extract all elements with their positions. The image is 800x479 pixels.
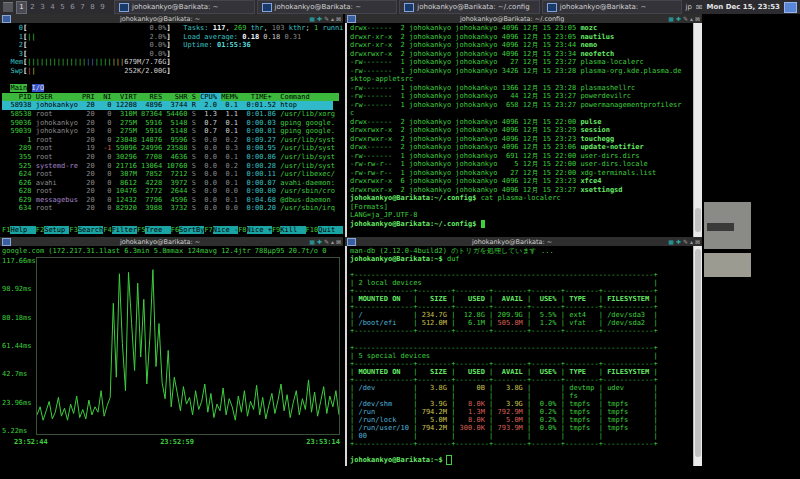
system-tray: jp ✉ Mon Dec 15, 23:53 bbox=[685, 2, 797, 13]
terminal-line: -rw------- 1 johokankyo johokankyo 27 12… bbox=[350, 58, 691, 67]
y-axis-label: 117.66ms bbox=[2, 257, 36, 265]
terminal-line: 628 root 20 0 10476 2772 2644 S 0.0 0.0 … bbox=[2, 187, 333, 196]
menu-icon[interactable] bbox=[3, 2, 13, 12]
workspace-7[interactable]: 7 bbox=[78, 2, 87, 13]
plus-icon[interactable]: ✚ bbox=[317, 238, 322, 245]
scrollbar-thumb[interactable] bbox=[695, 249, 701, 457]
workspace-1[interactable]: 1 bbox=[16, 1, 27, 14]
scrollbar-thumb[interactable] bbox=[695, 208, 701, 232]
terminal-icon bbox=[547, 3, 557, 12]
titlebar-duf[interactable]: johokankyo@Barikata: ~ ▦✚✎▴⊠ bbox=[345, 237, 702, 246]
window-htop: johokankyo@Barikata: ~ ▦✚✎▴⊠ 0[ 0.0%] Ta… bbox=[0, 14, 343, 237]
terminal-line: +--------------+--------+--------+------… bbox=[350, 327, 691, 335]
terminal-line bbox=[350, 336, 691, 344]
shade-icon[interactable]: ▴ bbox=[331, 15, 334, 22]
pencil-icon[interactable]: ✎ bbox=[324, 238, 329, 245]
config-terminal-content[interactable]: drwx------ 2 johokankyo johokankyo 4096 … bbox=[345, 23, 702, 237]
y-axis-label: 5.22ms bbox=[2, 427, 36, 435]
scrollbar[interactable] bbox=[693, 23, 702, 237]
pencil-icon[interactable]: ✎ bbox=[683, 15, 688, 22]
scrollbar[interactable] bbox=[693, 246, 702, 466]
close-icon[interactable]: ⊠ bbox=[336, 238, 341, 245]
desktop-widget-small[interactable] bbox=[704, 253, 751, 277]
taskbar-button-4[interactable]: johokankyo@Barikata: ~ bbox=[542, 0, 683, 14]
titlebar-buttons: ▦✚✎▴⊠ bbox=[309, 238, 341, 245]
titlebar-htop[interactable]: johokankyo@Barikata: ~ ▦✚✎▴⊠ bbox=[0, 14, 343, 23]
terminal-line: c bbox=[350, 109, 691, 118]
shade-icon[interactable]: ▴ bbox=[331, 238, 334, 245]
workspace-3[interactable]: 3 bbox=[38, 2, 47, 13]
taskbar-button-1[interactable]: johokankyo@Barikata: ~ bbox=[114, 0, 255, 14]
terminal-line: | /run | 794.2M | 1.3M | 792.9M | 0.2% |… bbox=[350, 408, 691, 416]
workspace-5[interactable]: 5 bbox=[58, 2, 67, 13]
terminal-line: -rw-rw-r-- 1 johokankyo johokankyo 27 12… bbox=[350, 169, 691, 178]
terminal-line: +--------------+--------+--------+------… bbox=[350, 303, 691, 311]
taskbar: 123456789 johokankyo@Barikata: ~johokank… bbox=[0, 0, 800, 14]
grid-icon[interactable]: ▦ bbox=[309, 238, 315, 245]
workspace-6[interactable]: 6 bbox=[68, 2, 77, 13]
mail-icon[interactable]: ✉ bbox=[696, 3, 703, 12]
x-axis-label: 23:52:59 bbox=[160, 438, 194, 446]
terminal-line: | /run/user/10 | 794.2M | 300.0K | 793.9… bbox=[350, 424, 691, 432]
close-icon[interactable]: ⊠ bbox=[695, 238, 700, 245]
duf-output: man-db (2.12.0-4build2) のトリガを処理しています ...… bbox=[350, 247, 691, 464]
titlebar-gping[interactable]: johokankyo@Barikata: ~ ▦✚✎▴⊠ bbox=[0, 237, 343, 246]
terminal-line: F1Help F2Setup F3SearchF4FilterF5Tree F6… bbox=[2, 226, 343, 235]
titlebar-config[interactable]: johokankyo@Barikata: ~/.config ▦✚✎▴⊠ bbox=[345, 14, 702, 23]
taskbar-button-3[interactable]: johokankyo@Barikata: ~/.config bbox=[399, 0, 540, 14]
titlebar-buttons: ▦✚✎▴⊠ bbox=[668, 238, 700, 245]
y-axis-label: 42.7ms bbox=[2, 370, 36, 378]
terminal-line: 0[ 0.0%] Tasks: 117, 269 thr, 103 kthr; … bbox=[2, 24, 333, 33]
x-axis-label: 23:53:14 bbox=[306, 438, 340, 446]
terminal-line: Main I/O bbox=[2, 84, 333, 93]
htop-function-bar[interactable]: F1Help F2Setup F3SearchF4FilterF5Tree F6… bbox=[2, 226, 343, 235]
grid-icon[interactable]: ▦ bbox=[309, 15, 315, 22]
clock[interactable]: Mon Dec 15, 23:53 bbox=[707, 3, 780, 11]
gping-content[interactable]: google.com (172.217.31.1last 6.3min 5.8m… bbox=[0, 246, 343, 466]
terminal-line: johokankyo@Barikata:~/.config$ cat plasm… bbox=[350, 194, 691, 203]
window-title: johokankyo@Barikata: ~ bbox=[11, 15, 309, 23]
terminal-line: Swp[|| 252K/2.00G] bbox=[2, 67, 333, 76]
keyboard-layout-indicator[interactable]: jp bbox=[685, 3, 691, 11]
plus-icon[interactable]: ✚ bbox=[317, 15, 322, 22]
htop-content[interactable]: 0[ 0.0%] Tasks: 117, 269 thr, 103 kthr; … bbox=[0, 23, 343, 237]
htop-output: 0[ 0.0%] Tasks: 117, 269 thr, 103 kthr; … bbox=[2, 24, 333, 213]
terminal-line: 1 root 20 0 23048 14076 9596 S 0.0 0.2 0… bbox=[2, 136, 333, 145]
terminal-line: 525 systemd-re 20 0 21716 13064 10760 S … bbox=[2, 162, 333, 171]
shade-icon[interactable]: ▴ bbox=[690, 15, 693, 22]
ping-series bbox=[37, 270, 339, 421]
terminal-line: +---------------------------------------… bbox=[350, 271, 691, 279]
close-icon[interactable]: ⊠ bbox=[336, 15, 341, 22]
pencil-icon[interactable]: ✎ bbox=[324, 15, 329, 22]
terminal-line: | | | | | | fs | | bbox=[350, 392, 691, 400]
gping-plot-svg bbox=[36, 257, 340, 435]
desktop-widget-large[interactable] bbox=[704, 202, 751, 249]
workspace-8[interactable]: 8 bbox=[88, 2, 97, 13]
plus-icon[interactable]: ✚ bbox=[676, 238, 681, 245]
terminal-line: | 00 | | | | | | | bbox=[350, 432, 691, 440]
terminal-line: -rw-rw-r-- 1 johokankyo johokankyo 5 12月… bbox=[350, 160, 691, 169]
window-title: johokankyo@Barikata: ~ bbox=[11, 238, 309, 246]
shade-icon[interactable]: ▴ bbox=[690, 238, 693, 245]
workspace-2[interactable]: 2 bbox=[28, 2, 37, 13]
plus-icon[interactable]: ✚ bbox=[676, 15, 681, 22]
grid-icon[interactable]: ▦ bbox=[668, 15, 674, 22]
display-icon[interactable] bbox=[784, 2, 797, 13]
terminal-line: +--------------+--------+--------+------… bbox=[350, 376, 691, 384]
y-axis-label: 98.92ms bbox=[2, 285, 36, 293]
window-config: johokankyo@Barikata: ~/.config ▦✚✎▴⊠ drw… bbox=[345, 14, 702, 237]
window-duf: johokankyo@Barikata: ~ ▦✚✎▴⊠ man-db (2.1… bbox=[345, 237, 702, 466]
terminal-line: drwxrwxr-x 2 johokankyo johokankyo 4096 … bbox=[350, 50, 691, 59]
workspace-4[interactable]: 4 bbox=[48, 2, 57, 13]
duf-terminal-content[interactable]: man-db (2.12.0-4build2) のトリガを処理しています ...… bbox=[345, 246, 702, 466]
terminal-line: | / | 234.7G | 12.8G | 209.9G | 5.5% | e… bbox=[350, 311, 691, 319]
terminal-line: -rw------- 1 johokankyo johokankyo 3426 … bbox=[350, 67, 691, 76]
workspace-9[interactable]: 9 bbox=[98, 2, 107, 13]
close-icon[interactable]: ⊠ bbox=[695, 15, 700, 22]
terminal-line: 355 root 20 0 30296 7708 4636 S 0.0 0.1 … bbox=[2, 153, 333, 162]
pencil-icon[interactable]: ✎ bbox=[683, 238, 688, 245]
grid-icon[interactable]: ▦ bbox=[668, 238, 674, 245]
terminal-line: 2[ 0.0%] Uptime: 01:55:36 bbox=[2, 41, 333, 50]
window-title: johokankyo@Barikata: ~/.config bbox=[356, 15, 668, 23]
taskbar-button-2[interactable]: johokankyo@Barikata: ~ bbox=[257, 0, 398, 14]
